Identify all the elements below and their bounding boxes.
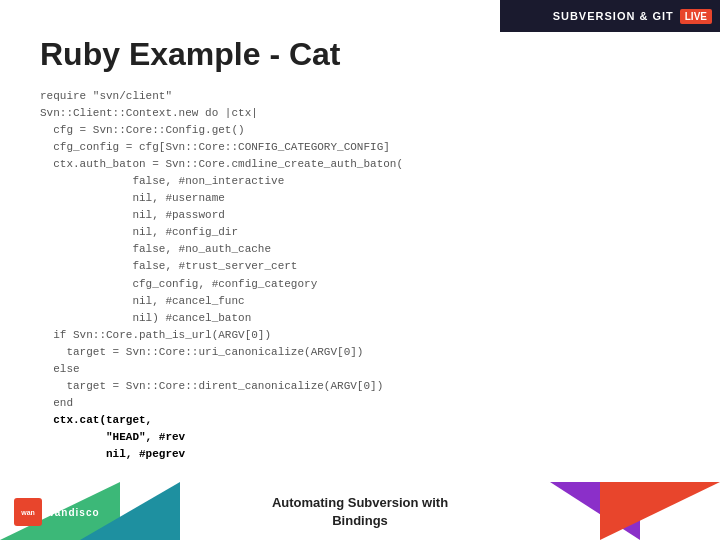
- slide-number: Slide 98: [657, 512, 702, 526]
- header-bar: SUBVERSION & GIT LIVE: [500, 0, 720, 32]
- wandisco-logo: wan wandisco: [14, 498, 100, 526]
- footer-line2: Bindings: [272, 512, 448, 530]
- footer-tri-right: [600, 482, 720, 540]
- wandisco-text: wandisco: [46, 507, 100, 518]
- footer-line1: Automating Subversion with: [272, 494, 448, 512]
- live-badge: LIVE: [680, 9, 712, 24]
- wandisco-icon: wan: [14, 498, 42, 526]
- header-logo-text: SUBVERSION & GIT: [553, 10, 674, 22]
- code-block: require "svn/client"Svn::Client::Context…: [40, 88, 680, 460]
- slide-title: Ruby Example - Cat: [40, 36, 341, 73]
- footer-center-text: Automating Subversion with Bindings: [272, 494, 448, 530]
